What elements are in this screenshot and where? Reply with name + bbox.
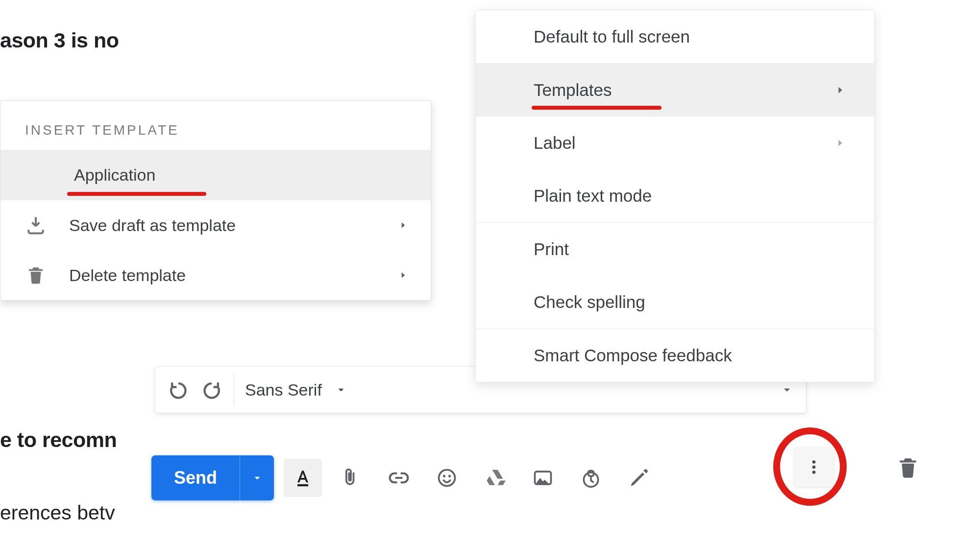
annotation-underline: [67, 192, 206, 196]
menu-item-check-spelling[interactable]: Check spelling: [476, 276, 874, 329]
menu-item-label: Check spelling: [534, 292, 846, 312]
template-item-label: Application: [74, 165, 408, 185]
menu-item-label: Label: [534, 133, 835, 153]
text-format-button[interactable]: [284, 459, 322, 497]
menu-item-label: Print: [534, 239, 846, 259]
insert-photo-button[interactable]: [524, 459, 562, 497]
menu-item-label: Default to full screen: [534, 27, 846, 47]
insert-signature-button[interactable]: [620, 459, 658, 497]
submenu-arrow-icon: [398, 220, 408, 230]
menu-item-plaintext[interactable]: Plain text mode: [476, 169, 874, 222]
menu-item-print[interactable]: Print: [476, 223, 874, 276]
svg-point-3: [448, 475, 451, 477]
svg-point-2: [443, 475, 445, 477]
bg-row-3: erences betv: [0, 501, 115, 524]
more-vert-icon: [805, 458, 823, 476]
submenu-item-label: Save draft as template: [69, 216, 376, 235]
submenu-item-save-draft[interactable]: Save draft as template: [0, 200, 431, 250]
menu-item-label: Templates: [534, 80, 835, 100]
font-name: Sans Serif: [245, 380, 322, 400]
font-picker[interactable]: Sans Serif: [245, 380, 347, 400]
bg-row-1: ason 3 is no: [0, 28, 119, 52]
menu-item-label: Smart Compose feedback: [534, 346, 846, 365]
send-button-label: Send: [151, 455, 240, 500]
send-more-caret[interactable]: [240, 455, 274, 500]
menu-item-label: Plain text mode: [534, 186, 846, 206]
more-options-menu: Default to full screen Templates Label P…: [475, 10, 875, 382]
submenu-section-header: INSERT TEMPLATE: [0, 101, 431, 150]
templates-submenu: INSERT TEMPLATE Application Save draft a…: [0, 100, 431, 301]
download-icon: [25, 214, 47, 236]
submenu-item-delete-template[interactable]: Delete template: [0, 250, 431, 300]
trash-icon: [896, 455, 920, 480]
attach-file-button[interactable]: [332, 459, 370, 497]
insert-drive-button[interactable]: [476, 459, 514, 497]
send-button[interactable]: Send: [151, 455, 274, 500]
menu-item-label-submenu[interactable]: Label: [476, 117, 874, 169]
svg-point-7: [812, 460, 816, 464]
svg-point-9: [812, 471, 816, 474]
trash-icon: [25, 264, 47, 286]
discard-draft-button[interactable]: [891, 450, 925, 485]
bg-row-2: e to recomn: [0, 428, 117, 452]
svg-rect-0: [297, 484, 308, 486]
template-item-application[interactable]: Application: [0, 150, 431, 200]
insert-emoji-button[interactable]: [428, 459, 466, 497]
menu-item-smart-compose-feedback[interactable]: Smart Compose feedback: [476, 329, 874, 382]
annotation-underline: [532, 106, 662, 110]
formatting-more-caret[interactable]: [780, 382, 794, 397]
svg-point-1: [439, 470, 455, 486]
svg-point-8: [812, 466, 816, 469]
submenu-arrow-icon: [398, 270, 408, 280]
menu-item-templates[interactable]: Templates: [476, 64, 874, 117]
redo-button[interactable]: [200, 378, 223, 401]
submenu-item-label: Delete template: [69, 266, 376, 285]
submenu-arrow-icon: [835, 85, 846, 95]
insert-link-button[interactable]: [380, 459, 418, 497]
undo-button[interactable]: [167, 378, 190, 401]
confidential-mode-button[interactable]: [572, 459, 610, 497]
menu-item-fullscreen[interactable]: Default to full screen: [476, 10, 874, 63]
submenu-arrow-icon: [835, 138, 846, 148]
caret-down-icon: [335, 383, 347, 396]
more-options-button[interactable]: [794, 447, 834, 487]
toolbar-divider: [234, 375, 234, 404]
